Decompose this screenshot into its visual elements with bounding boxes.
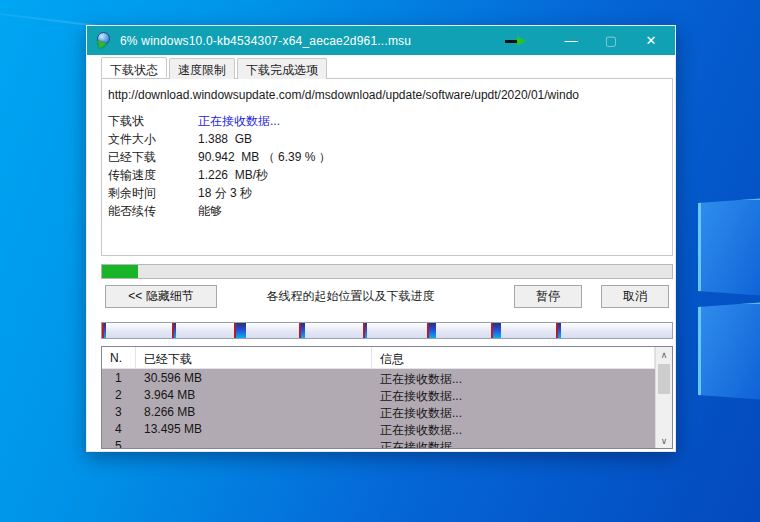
- tab-2[interactable]: 下载完成选项: [237, 58, 327, 79]
- field-value: 正在接收数据...: [198, 113, 280, 130]
- cell-info: 正在接收数据...: [372, 403, 655, 420]
- table-row[interactable]: 130.596 MB正在接收数据...: [102, 369, 655, 386]
- threads-table: N.已经下载信息 130.596 MB正在接收数据...23.964 MB正在接…: [101, 346, 673, 449]
- scroll-up-icon[interactable]: ∧: [656, 347, 672, 362]
- thread-progress-bar: [101, 322, 673, 339]
- column-header-2[interactable]: 信息: [372, 347, 655, 368]
- table-row[interactable]: 413.495 MB正在接收数据...: [102, 420, 655, 437]
- idm-app-icon: [96, 32, 113, 49]
- threads-table-body: 130.596 MB正在接收数据...23.964 MB正在接收数据...38.…: [102, 369, 655, 448]
- pause-button[interactable]: 暂停: [514, 285, 582, 308]
- thread-fill: [236, 323, 246, 338]
- field-row-1: 文件大小1.388 GB: [108, 130, 672, 148]
- tab-bar: 下载状态速度限制下载完成选项: [101, 58, 329, 79]
- cell-n: 1: [102, 369, 136, 386]
- cell-info: 正在接收数据...: [372, 420, 655, 437]
- cell-info: 正在接收数据...: [372, 437, 655, 448]
- cell-downloaded: 13.495 MB: [136, 420, 372, 437]
- field-label: 下载状: [108, 113, 198, 130]
- cell-downloaded: 3.964 MB: [136, 386, 372, 403]
- column-header-0[interactable]: N.: [102, 347, 136, 368]
- thread-fill: [104, 323, 106, 338]
- maximize-button[interactable]: ▢: [591, 26, 631, 55]
- field-label: 传输速度: [108, 167, 198, 184]
- download-details-panel: http://download.windowsupdate.com/d/msdo…: [101, 78, 673, 256]
- thread-fill: [558, 323, 561, 338]
- thread-fill: [301, 323, 306, 338]
- field-row-0: 下载状正在接收数据...: [108, 112, 672, 130]
- threads-caption: 各线程的起始位置以及下载进度: [217, 288, 514, 305]
- scrollbar-thumb[interactable]: [658, 364, 670, 394]
- thread-fill: [493, 323, 501, 338]
- titlebar[interactable]: 6% windows10.0-kb4534307-x64_aecae2d961.…: [87, 26, 675, 55]
- field-value: 1.388 GB: [198, 132, 252, 146]
- desktop: { "window": { "title": "6% windows10.0-k…: [0, 0, 760, 522]
- idm-drop-arrow-icon[interactable]: [505, 36, 527, 46]
- scrollbar-track[interactable]: [656, 362, 672, 433]
- tab-1[interactable]: 速度限制: [169, 58, 235, 79]
- hide-details-button[interactable]: << 隐藏细节: [105, 285, 217, 308]
- table-row[interactable]: 5正在接收数据...: [102, 437, 655, 448]
- wallpaper-windows-logo-pane: [698, 198, 760, 296]
- thread-fill: [365, 323, 367, 338]
- download-progress-fill: [102, 265, 138, 278]
- cancel-button[interactable]: 取消: [601, 285, 669, 308]
- window-title: 6% windows10.0-kb4534307-x64_aecae2d961.…: [120, 34, 411, 48]
- download-progress-bar: [101, 264, 673, 279]
- field-value: 能够: [198, 203, 222, 220]
- cell-n: 5: [102, 437, 136, 448]
- cell-downloaded: 30.596 MB: [136, 369, 372, 386]
- cell-n: 2: [102, 386, 136, 403]
- field-row-4: 剩余时间18 分 3 秒: [108, 184, 672, 202]
- field-label: 已经下载: [108, 149, 198, 166]
- controls-row: << 隐藏细节 各线程的起始位置以及下载进度 暂停 取消: [101, 285, 673, 308]
- field-label: 文件大小: [108, 131, 198, 148]
- minimize-button[interactable]: —: [551, 26, 591, 55]
- threads-table-header: N.已经下载信息: [102, 347, 655, 369]
- table-row[interactable]: 23.964 MB正在接收数据...: [102, 386, 655, 403]
- field-row-5: 能否续传能够: [108, 202, 672, 220]
- field-value: 1.226 MB/秒: [198, 167, 268, 184]
- cell-downloaded: [136, 437, 372, 448]
- cell-info: 正在接收数据...: [372, 386, 655, 403]
- field-value: 90.942 MB （ 6.39 % ）: [198, 149, 331, 166]
- cell-info: 正在接收数据...: [372, 369, 655, 386]
- field-label: 剩余时间: [108, 185, 198, 202]
- field-value: 18 分 3 秒: [198, 185, 252, 202]
- thread-fill: [429, 323, 436, 338]
- column-header-1[interactable]: 已经下载: [136, 347, 372, 368]
- cell-downloaded: 8.266 MB: [136, 403, 372, 420]
- cell-n: 3: [102, 403, 136, 420]
- wallpaper-windows-logo-pane: [698, 302, 760, 400]
- idm-download-progress-window: 6% windows10.0-kb4534307-x64_aecae2d961.…: [86, 25, 676, 452]
- scroll-down-icon[interactable]: ∨: [656, 433, 672, 448]
- table-scrollbar[interactable]: ∧ ∨: [655, 347, 672, 448]
- table-row[interactable]: 38.266 MB正在接收数据...: [102, 403, 655, 420]
- cell-n: 4: [102, 420, 136, 437]
- tab-0[interactable]: 下载状态: [101, 57, 167, 78]
- download-url: http://download.windowsupdate.com/d/msdo…: [102, 79, 672, 106]
- close-button[interactable]: ✕: [631, 26, 671, 55]
- download-fields: 下载状正在接收数据...文件大小1.388 GB已经下载90.942 MB （ …: [102, 106, 672, 220]
- field-row-3: 传输速度1.226 MB/秒: [108, 166, 672, 184]
- field-row-2: 已经下载90.942 MB （ 6.39 % ）: [108, 148, 672, 166]
- field-label: 能否续传: [108, 203, 198, 220]
- thread-fill: [174, 323, 176, 338]
